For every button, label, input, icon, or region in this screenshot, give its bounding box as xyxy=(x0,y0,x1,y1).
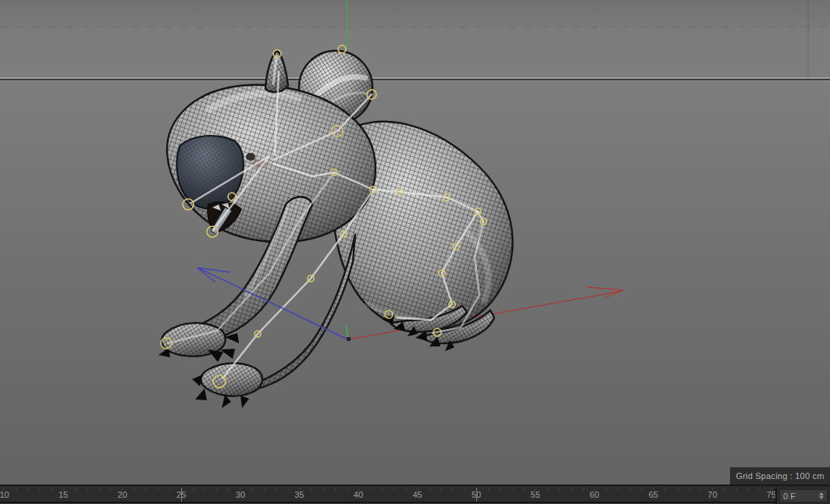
ruler-frame-label: 30 xyxy=(236,488,245,502)
axis-origin-point xyxy=(347,337,351,341)
stepper-down-icon[interactable] xyxy=(819,496,824,499)
ruler-minor-ticks xyxy=(0,488,775,491)
frame-stepper-icon[interactable] xyxy=(819,492,824,499)
ruler-frame-label: 35 xyxy=(294,488,304,502)
koala-eye xyxy=(246,153,255,161)
application-window: Grid Spacing : 100 cm 101520253035404550… xyxy=(0,0,830,504)
y-axis-handle[interactable] xyxy=(347,325,351,341)
ruler-frame-label: 60 xyxy=(590,488,599,502)
ruler-frame-label: 40 xyxy=(354,488,363,502)
koala-ear-spike xyxy=(265,51,288,92)
viewport-3d[interactable]: Grid Spacing : 100 cm xyxy=(0,0,830,484)
ruler-frame-label: 15 xyxy=(59,488,68,502)
ruler-frame-label: 75 xyxy=(767,488,775,502)
ruler-frame-label: 70 xyxy=(707,488,717,502)
timeline-bar: 1015202530354045505560657075 0 F xyxy=(0,484,830,504)
koala-model[interactable] xyxy=(159,45,512,408)
stepper-up-icon[interactable] xyxy=(819,492,824,495)
ruler-marker-line[interactable] xyxy=(181,488,182,502)
ruler-frame-label: 45 xyxy=(412,488,422,502)
grid-spacing-badge: Grid Spacing : 100 cm xyxy=(730,467,830,484)
scene-svg xyxy=(0,0,830,484)
current-frame-value: 0 F xyxy=(783,492,819,501)
ruler-frame-label: 20 xyxy=(118,488,127,502)
ruler-frame-label: 55 xyxy=(531,488,540,502)
current-frame-field[interactable]: 0 F xyxy=(779,489,828,502)
timeline-ruler[interactable]: 1015202530354045505560657075 xyxy=(0,488,775,502)
frame-counter-panel: 0 F xyxy=(775,488,830,504)
ruler-marker-line[interactable] xyxy=(476,488,477,502)
ruler-frame-label: 10 xyxy=(0,488,9,502)
ruler-frame-label: 65 xyxy=(649,488,658,502)
